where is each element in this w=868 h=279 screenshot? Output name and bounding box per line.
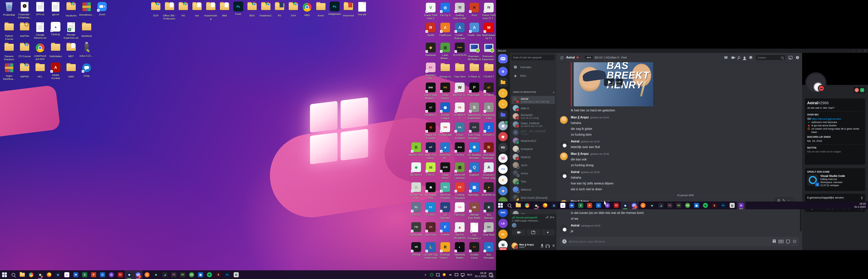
taskbar-spotify[interactable]: ≋ xyxy=(701,202,710,209)
network-icon[interactable] xyxy=(461,273,464,276)
help-icon[interactable]: ? xyxy=(796,56,799,59)
desktop-icon[interactable]: R↗Red Dead Redempti... xyxy=(482,143,496,160)
taskbar-clickup[interactable]: ▲ xyxy=(62,270,71,279)
desktop-icon[interactable]: bot xyxy=(190,2,204,17)
desktop-icon[interactable]: CS Course xyxy=(17,42,32,58)
taskbar-clock[interactable]: 19:1931-1-2023 xyxy=(854,202,866,209)
desktop-icon[interactable]: M↗MultiViewer for F1 xyxy=(482,23,496,40)
desktop-icon[interactable]: CS↗Cooking Simulator xyxy=(453,182,467,199)
server-lb[interactable]: LB xyxy=(498,219,507,228)
desktop-icon[interactable]: ☺↗Human Fall Flat xyxy=(409,182,423,199)
desktop-icon[interactable]: A↗Assassin's Creed Unity xyxy=(482,162,496,180)
desktop-icon[interactable]: Argon Dashboa... xyxy=(2,63,17,81)
self-avatar[interactable] xyxy=(512,243,518,249)
message-avatar[interactable] xyxy=(560,171,568,179)
voice-channel[interactable]: ⚠ Staff Lounge / Roerveen... xyxy=(512,219,555,222)
message-author[interactable]: Aeiral xyxy=(571,224,579,227)
volume-icon[interactable]: ◄) xyxy=(448,273,452,277)
tray-firefox-icon[interactable] xyxy=(442,273,445,276)
taskbar-excel[interactable]: X xyxy=(80,270,89,279)
desktop-icon[interactable]: Corporate - AShamalu... xyxy=(17,2,32,19)
desktop-icon[interactable]: NS xyxy=(177,2,190,17)
server-blurple[interactable]: ⚙ xyxy=(498,67,507,76)
desktop-icon[interactable]: S↗Satisfactory Early Access xyxy=(482,102,496,120)
desktop-icon[interactable]: 112↗112 Operator xyxy=(438,202,452,219)
desktop-icon[interactable]: B↗Bloons TD 6 xyxy=(409,143,423,157)
soundwave-icon[interactable] xyxy=(546,216,548,218)
taskbar-phpstorm[interactable]: PS xyxy=(665,202,674,209)
desktop-icon[interactable]: Roerveen - MCNode.rdp xyxy=(467,42,481,61)
taskbar-spotify[interactable]: ≋ xyxy=(205,270,214,279)
attach-plus-icon[interactable]: + xyxy=(562,239,566,244)
taskbar-xampp[interactable]: X xyxy=(639,202,648,209)
desktop-icon[interactable]: dashlead xyxy=(79,22,94,38)
taskbar-firefox[interactable] xyxy=(540,202,550,209)
dm-row[interactable]: RobinG xyxy=(512,153,555,161)
taskbar-s-shield[interactable]: S xyxy=(214,270,223,279)
taskbar-discord[interactable]: 4 xyxy=(630,202,639,209)
emoji-picker-icon[interactable]: ☺ xyxy=(793,240,796,243)
create-dm-icon[interactable]: + xyxy=(553,91,555,94)
taskbar-filezilla[interactable]: FZ xyxy=(116,270,125,279)
open-external-icon[interactable]: ↗ xyxy=(616,79,623,86)
desktop-icon[interactable]: ◆↗De Sims 4 xyxy=(409,162,423,177)
activity-rocket-button[interactable]: ➤ xyxy=(541,229,555,236)
desktop-icon[interactable]: IV↗Grand Theft Auto IV T... xyxy=(482,3,496,20)
taskbar-start[interactable] xyxy=(0,270,9,279)
dm-row[interactable]: RichardVDoe de zon uit ▤ xyxy=(512,112,555,120)
sidebar-item-vrienden[interactable]: ☻Vrienden xyxy=(512,63,555,71)
dm-row[interactable]: Mikkerd xyxy=(512,185,555,193)
desktop-icon[interactable]: Python Course xyxy=(2,22,17,41)
taskbar-steam[interactable]: ◉ xyxy=(621,202,630,209)
desktop-icon[interactable]: F↗Fortnite xyxy=(438,222,452,237)
desktop-icon[interactable]: BT↗Business Tour - Online M... xyxy=(424,63,438,80)
dm-row[interactable]: ImIvo xyxy=(512,169,555,177)
dm-row[interactable]: Knieperd xyxy=(512,145,555,153)
message-avatar[interactable] xyxy=(560,140,568,148)
add-friend-icon[interactable] xyxy=(744,57,746,59)
server-folder-yellow[interactable] xyxy=(498,78,507,87)
desktop-icon[interactable]: V↗Grand Theft Auto V xyxy=(424,3,438,20)
dm-row[interactable]: Iddo K. xyxy=(512,104,555,112)
maximize-button[interactable]: □ xyxy=(859,50,860,52)
taskbar-xampp[interactable]: X xyxy=(143,270,152,279)
settings-gear-icon[interactable]: ⚙ xyxy=(552,244,555,247)
server-sc[interactable]: SC xyxy=(498,229,507,239)
desktop-icon[interactable]: ★↗911 Operator xyxy=(482,202,496,219)
inbox-icon[interactable] xyxy=(788,56,793,59)
tray-cast-icon[interactable] xyxy=(436,273,440,276)
desktop-icon[interactable]: FG↗Fall Guys xyxy=(453,202,467,216)
desktop-icon[interactable]: ✱↗PC Building Simulator xyxy=(467,143,481,160)
taskbar-prism-app[interactable]: ◆ xyxy=(648,202,656,209)
chat-scrollbar[interactable] xyxy=(800,208,802,231)
screenshare-button[interactable] xyxy=(526,229,540,236)
taskbar-discord[interactable]: 4 xyxy=(134,270,143,279)
desktop-icon[interactable]: GH↗Grey Hack xyxy=(482,222,496,237)
desktop-icon[interactable]: Voicemod xyxy=(342,2,355,17)
desktop-icon[interactable]: 2↗PAYDAY 2 xyxy=(482,122,496,136)
message-author[interactable]: Max || Arqsz xyxy=(571,116,589,119)
taskbar-media-app[interactable]: ◉ xyxy=(532,202,540,209)
desktop-icon[interactable]: Roerveen -KaasHosti... xyxy=(482,42,496,61)
desktop-icon[interactable]: HBO xyxy=(301,2,314,17)
server-w[interactable]: W xyxy=(498,154,507,163)
desktop-icon[interactable]: VodafoneZ... xyxy=(259,2,272,20)
taskbar-filezilla[interactable]: FZ xyxy=(612,202,621,209)
tray-green-app-icon[interactable] xyxy=(430,273,433,277)
desktop-icon[interactable]: VR↗VRChat xyxy=(409,242,423,256)
language-indicator[interactable]: NLD xyxy=(467,273,472,276)
server-tcd[interactable]: TCD xyxy=(498,164,507,174)
desktop-icon[interactable]: MW↗Call of Duty Modern ... xyxy=(424,83,438,100)
taskbar-hs-app[interactable]: HS xyxy=(683,202,692,209)
taskbar-chrome[interactable] xyxy=(27,270,36,279)
taskbar-vscode[interactable]: ◢ xyxy=(656,202,665,209)
discord-home[interactable] xyxy=(498,54,507,63)
desktop-icon[interactable]: gta.txt xyxy=(48,2,63,16)
desktop-icon[interactable]: Stevens Solutions xyxy=(2,42,17,61)
desktop-icon[interactable]: PsFiverr xyxy=(232,2,245,16)
desktop-icon[interactable]: WIPRO xyxy=(17,63,32,78)
desktop-icon[interactable]: X-Plane 11 xyxy=(467,63,481,78)
message-avatar[interactable] xyxy=(560,153,568,160)
dev-badge-button[interactable]: <> xyxy=(860,88,864,92)
desktop-icon[interactable]: L↗LEGO® City Undercover xyxy=(424,242,438,259)
